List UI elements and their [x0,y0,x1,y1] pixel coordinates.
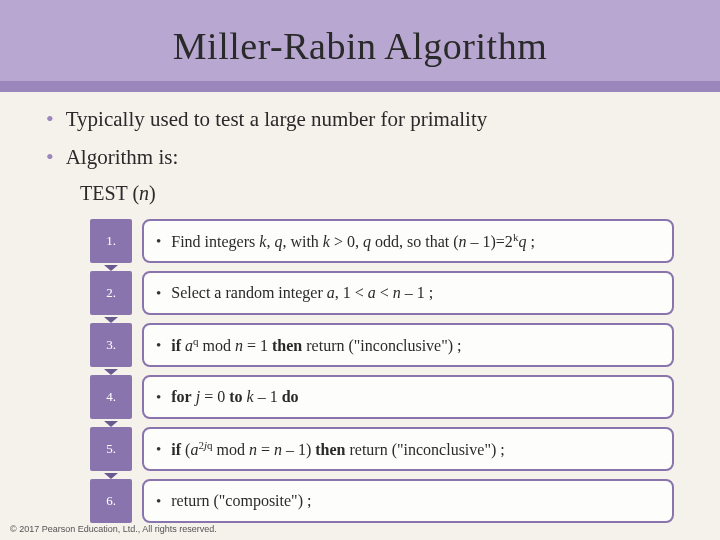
slide-title: Miller-Rabin Algorithm [173,24,547,68]
bullet-icon: • [46,144,54,170]
test-prefix: TEST ( [80,182,139,204]
bullet-text: Algorithm is: [66,144,179,170]
test-suffix: ) [149,182,156,204]
bullet-icon: • [156,441,161,458]
step-text: Select a random integer a, 1 < a < n – 1… [171,284,433,302]
step-body: • for j = 0 to k – 1 do [142,375,674,419]
step-body: • Select a random integer a, 1 < a < n –… [142,271,674,315]
bullet-item: • Typically used to test a large number … [46,106,684,132]
bullet-item: • Algorithm is: [46,144,684,170]
step-row: 6. • return ("composite") ; [90,479,674,523]
step-row: 3. • if aq mod n = 1 then return ("incon… [90,323,674,367]
bullet-icon: • [156,389,161,406]
step-body: • Find integers k, q, with k > 0, q odd,… [142,219,674,263]
content-area: • Typically used to test a large number … [0,92,720,523]
step-body: • if aq mod n = 1 then return ("inconclu… [142,323,674,367]
step-body: • return ("composite") ; [142,479,674,523]
step-text: if aq mod n = 1 then return ("inconclusi… [171,335,461,355]
test-var: n [139,182,149,204]
copyright-footer: © 2017 Pearson Education, Ltd., All righ… [10,524,217,534]
bullet-icon: • [156,337,161,354]
step-row: 2. • Select a random integer a, 1 < a < … [90,271,674,315]
step-text: if (a2jq mod n = n – 1) then return ("in… [171,439,504,459]
steps-list: 1. • Find integers k, q, with k > 0, q o… [90,219,674,523]
test-label: TEST (n) [80,182,684,205]
step-number-badge: 5. [90,427,132,471]
step-row: 1. • Find integers k, q, with k > 0, q o… [90,219,674,263]
step-row: 5. • if (a2jq mod n = n – 1) then return… [90,427,674,471]
step-text: for j = 0 to k – 1 do [171,388,298,406]
bullet-text: Typically used to test a large number fo… [66,106,488,132]
step-number-badge: 4. [90,375,132,419]
step-body: • if (a2jq mod n = n – 1) then return ("… [142,427,674,471]
step-text: return ("composite") ; [171,492,311,510]
step-number-badge: 2. [90,271,132,315]
step-number-badge: 6. [90,479,132,523]
bullet-icon: • [156,233,161,250]
step-text: Find integers k, q, with k > 0, q odd, s… [171,231,535,251]
step-number-badge: 1. [90,219,132,263]
bullet-icon: • [156,493,161,510]
step-row: 4. • for j = 0 to k – 1 do [90,375,674,419]
bullet-icon: • [46,106,54,132]
step-number-badge: 3. [90,323,132,367]
bullet-icon: • [156,285,161,302]
header-band: Miller-Rabin Algorithm [0,0,720,92]
